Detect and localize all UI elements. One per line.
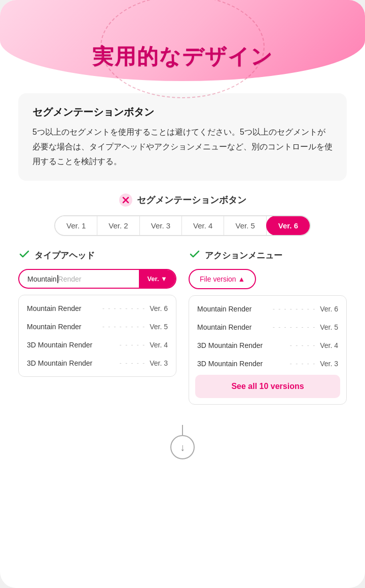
segment-control[interactable]: Ver. 1 Ver. 2 Ver. 3 Ver. 4 Ver. 5 Ver. … — [54, 215, 311, 236]
typeahead-placeholder: Render — [58, 275, 82, 283]
arrow-circle: ↓ — [170, 435, 195, 459]
file-version-button[interactable]: File version ▲ — [189, 269, 256, 289]
action-menu-label: アクションメニュー — [189, 248, 347, 263]
bottom-arrow: ↓ — [170, 425, 195, 459]
action-menu-col: アクションメニュー File version ▲ Mountain Render… — [189, 248, 347, 405]
bad-example-text: セグメンテーションボタン — [137, 194, 246, 206]
typeahead-label-text: タイプアヘッド — [34, 250, 95, 261]
list-item[interactable]: 3D Mountain Render - - - - - Ver. 3 — [19, 354, 176, 372]
action-menu-dropdown: Mountain Render - - - - - - - - Ver. 6 M… — [189, 295, 347, 405]
typeahead-input-area[interactable]: MountainRender — [19, 271, 139, 287]
page-title: 実用的なデザイン — [92, 43, 273, 71]
top-arc: 実用的なデザイン — [0, 0, 365, 81]
check-icon-action — [189, 248, 201, 263]
list-item[interactable]: 3D Mountain Render - - - - - Ver. 4 — [19, 336, 176, 354]
bad-example-label: セグメンテーションボタン — [119, 193, 246, 207]
typeahead-col: タイプアヘッド MountainRender Ver. ▼ Mountain R… — [18, 248, 176, 377]
desc-card-text: 5つ以上のセグメントを使用することは避けてください。5つ以上のセグメントが必要な… — [32, 125, 333, 169]
cross-icon — [119, 193, 133, 207]
typeahead-input-container[interactable]: MountainRender Ver. ▼ — [18, 269, 176, 289]
desc-card-title: セグメンテーションボタン — [32, 105, 333, 119]
arrow-shaft-top — [182, 425, 183, 435]
good-examples-row: タイプアヘッド MountainRender Ver. ▼ Mountain R… — [18, 248, 347, 405]
segment-btn-1[interactable]: Ver. 1 — [55, 216, 97, 235]
typeahead-dropdown: Mountain Render - - - - - - - - Ver. 6 M… — [18, 295, 176, 377]
list-item[interactable]: Mountain Render - - - - - - - - Ver. 6 — [189, 300, 346, 318]
bad-example-section: セグメンテーションボタン Ver. 1 Ver. 2 Ver. 3 Ver. 4… — [18, 193, 347, 236]
list-item[interactable]: 3D Mountain Render - - - - - Ver. 4 — [189, 336, 346, 355]
list-item[interactable]: Mountain Render - - - - - - - - Ver. 5 — [19, 318, 176, 336]
list-item[interactable]: 3D Mountain Render - - - - - Ver. 3 — [189, 355, 346, 373]
check-icon-typeahead — [18, 248, 30, 263]
page-container: 実用的なデザイン セグメンテーションボタン 5つ以上のセグメントを使用することは… — [0, 0, 365, 588]
typeahead-input-value: Mountain — [27, 275, 57, 283]
main-content: セグメンテーションボタン 5つ以上のセグメントを使用することは避けてください。5… — [0, 81, 365, 472]
typeahead-label: タイプアヘッド — [18, 248, 176, 263]
action-menu-btn-container: File version ▲ — [189, 269, 347, 289]
see-all-versions-button[interactable]: See all 10 versions — [195, 375, 340, 398]
action-menu-label-text: アクションメニュー — [205, 250, 282, 261]
segment-btn-4[interactable]: Ver. 4 — [182, 216, 224, 235]
segment-btn-2[interactable]: Ver. 2 — [97, 216, 139, 235]
segment-btn-5[interactable]: Ver. 5 — [224, 216, 266, 235]
list-item[interactable]: Mountain Render - - - - - - - - Ver. 6 — [19, 299, 176, 318]
down-arrow-icon: ↓ — [180, 442, 185, 453]
segment-btn-3[interactable]: Ver. 3 — [140, 216, 182, 235]
desc-card: セグメンテーションボタン 5つ以上のセグメントを使用することは避けてください。5… — [18, 93, 347, 181]
typeahead-ver-button[interactable]: Ver. ▼ — [139, 270, 175, 288]
list-item[interactable]: Mountain Render - - - - - - - - Ver. 5 — [189, 318, 346, 336]
segment-btn-6[interactable]: Ver. 6 — [266, 216, 310, 236]
